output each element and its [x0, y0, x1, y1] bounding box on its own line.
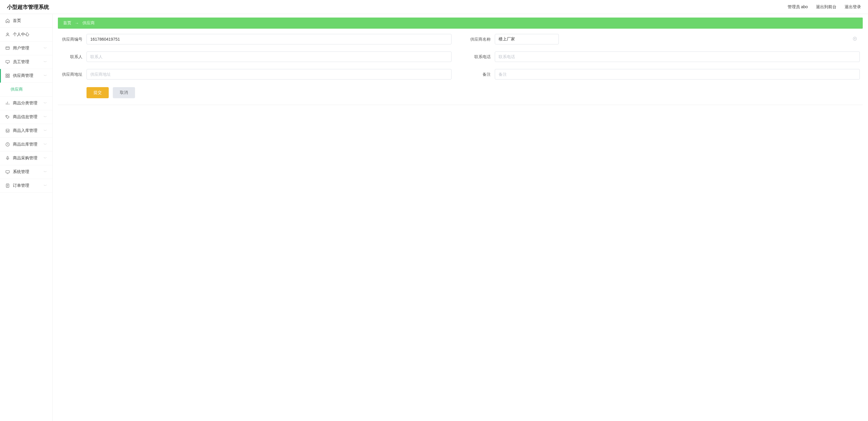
sidebar-item-label: 商品分类管理	[13, 100, 41, 106]
sidebar-item-orders[interactable]: 订单管理 ﹀	[0, 179, 52, 193]
chevron-down-icon: ﹀	[43, 115, 47, 120]
sidebar-item-label: 商品信息管理	[13, 114, 41, 120]
breadcrumb: 首页 → 供应商	[58, 18, 863, 29]
svg-rect-10	[7, 156, 8, 158]
label-supplier-address: 供应商地址	[61, 69, 83, 78]
clear-icon[interactable]	[853, 37, 857, 42]
form-panel: 供应商编号 供应商名称 联系人	[58, 29, 863, 105]
bar-chart-icon	[5, 101, 10, 106]
sidebar-item-label: 商品入库管理	[13, 128, 41, 133]
sidebar-item-supplier-mgmt[interactable]: 供应商管理 ﹀	[0, 69, 52, 83]
main-content: 首页 → 供应商 供应商编号 供应商名称	[53, 14, 868, 421]
mic-icon	[5, 156, 10, 160]
sidebar-item-stock-in[interactable]: 商品入库管理 ﹀	[0, 124, 52, 138]
input-supplier-address[interactable]	[87, 69, 452, 80]
submit-button[interactable]: 提交	[87, 87, 109, 98]
chevron-down-icon: ﹀	[43, 73, 47, 78]
sidebar-item-label: 供应商	[10, 87, 47, 92]
settings-icon	[5, 170, 10, 174]
label-contact-phone: 联系电话	[469, 52, 491, 60]
sidebar-item-stock-out[interactable]: 商品出库管理 ﹀	[0, 138, 52, 151]
label-remark: 备注	[469, 69, 491, 78]
sidebar-item-label: 用户管理	[13, 46, 41, 51]
sidebar-item-label: 商品采购管理	[13, 155, 41, 161]
sidebar-item-purchase[interactable]: 商品采购管理 ﹀	[0, 151, 52, 165]
label-contact-person: 联系人	[61, 52, 83, 60]
svg-rect-11	[6, 171, 9, 173]
top-header: 小型超市管理系统 管理员 abo 退出到前台 退出登录	[0, 0, 868, 14]
sidebar-item-label: 个人中心	[13, 32, 47, 37]
sidebar-subitem-supplier[interactable]: 供应商	[0, 83, 52, 96]
sidebar-item-label: 商品出库管理	[13, 142, 41, 147]
input-contact-phone[interactable]	[495, 52, 860, 62]
label-supplier-code: 供应商编号	[61, 34, 83, 42]
chevron-down-icon: ﹀	[43, 183, 47, 188]
sidebar-item-home[interactable]: 首页	[0, 14, 52, 28]
sidebar-item-system[interactable]: 系统管理 ﹀	[0, 165, 52, 179]
sidebar-item-profile[interactable]: 个人中心	[0, 28, 52, 41]
user-icon	[5, 32, 10, 37]
sidebar-item-label: 订单管理	[13, 183, 41, 188]
chevron-down-icon: ﹀	[43, 60, 47, 65]
chevron-down-icon: ﹀	[43, 170, 47, 175]
svg-rect-2	[6, 61, 9, 63]
svg-rect-6	[8, 76, 9, 78]
sidebar-item-label: 首页	[13, 18, 47, 23]
chevron-down-icon: ﹀	[43, 101, 47, 106]
sidebar-item-category[interactable]: 商品分类管理 ﹀	[0, 96, 52, 110]
input-remark[interactable]	[495, 69, 860, 80]
svg-point-7	[6, 116, 7, 116]
input-contact-person[interactable]	[87, 52, 452, 62]
sidebar-item-label: 系统管理	[13, 169, 41, 175]
sidebar-item-users[interactable]: 用户管理 ﹀	[0, 41, 52, 55]
grid-icon	[5, 73, 10, 78]
chevron-down-icon: ﹀	[43, 142, 47, 147]
breadcrumb-home[interactable]: 首页	[63, 21, 71, 26]
header-logout-front[interactable]: 退出到前台	[816, 4, 836, 10]
inbox-icon	[5, 128, 10, 133]
breadcrumb-sep-icon: →	[75, 21, 79, 25]
sidebar-item-label: 员工管理	[13, 59, 41, 65]
sidebar-item-label: 供应商管理	[13, 73, 41, 78]
label-supplier-name: 供应商名称	[469, 34, 491, 42]
header-admin-label[interactable]: 管理员 abo	[787, 4, 808, 10]
home-icon	[5, 19, 10, 23]
chevron-down-icon: ﹀	[43, 46, 47, 51]
svg-rect-3	[6, 74, 7, 76]
sidebar: 首页 个人中心 用户管理 ﹀ 员工管理 ﹀ 供应商管理 ﹀	[0, 14, 53, 421]
clock-icon	[5, 142, 10, 147]
input-supplier-name[interactable]	[495, 34, 559, 44]
chevron-down-icon: ﹀	[43, 156, 47, 161]
sidebar-item-product-info[interactable]: 商品信息管理 ﹀	[0, 110, 52, 124]
svg-rect-1	[6, 47, 9, 50]
cancel-button[interactable]: 取消	[113, 87, 135, 98]
users-icon	[5, 46, 10, 51]
monitor-icon	[5, 60, 10, 64]
svg-rect-5	[6, 76, 7, 78]
tag-icon	[5, 115, 10, 119]
input-supplier-code[interactable]	[87, 34, 452, 44]
svg-point-0	[7, 33, 8, 34]
list-icon	[5, 183, 10, 188]
app-title: 小型超市管理系统	[7, 3, 49, 10]
chevron-down-icon: ﹀	[43, 128, 47, 133]
svg-rect-4	[8, 74, 9, 76]
header-logout[interactable]: 退出登录	[845, 4, 861, 10]
sidebar-item-staff[interactable]: 员工管理 ﹀	[0, 55, 52, 69]
breadcrumb-current: 供应商	[83, 21, 95, 26]
